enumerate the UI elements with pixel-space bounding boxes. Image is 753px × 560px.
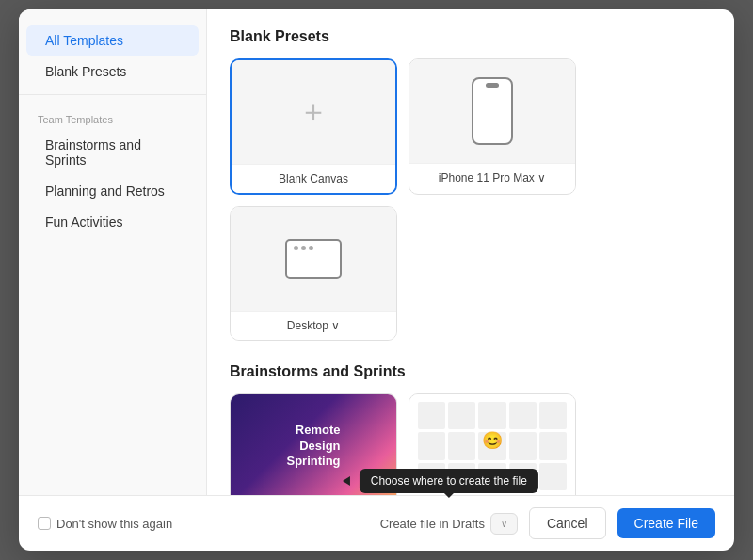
tb-cell [478, 463, 505, 490]
tb-cell [539, 402, 567, 429]
iphone-card[interactable]: iPhone 11 Pro Max ∨ [409, 58, 576, 195]
drafts-btn-chevron: ∨ [501, 519, 507, 529]
sidebar-item-blank-presets[interactable]: Blank Presets [26, 56, 199, 87]
tb-preview: 😊 [409, 394, 575, 495]
remote-design-card[interactable]: RemoteDesignSprinting Remote Design Spri… [230, 393, 397, 495]
rds-bg: RemoteDesignSprinting [231, 394, 396, 495]
brainstorms-title: Brainstorms and Sprints [230, 363, 712, 380]
brainstorms-grid: RemoteDesignSprinting Remote Design Spri… [230, 393, 712, 495]
blank-canvas-preview: ＋ [232, 60, 395, 164]
sidebar-section-label: Team Templates [19, 103, 206, 129]
main-content: Blank Presets ＋ Blank Canvas [207, 9, 734, 495]
tb-cell [509, 432, 537, 459]
dont-show-label: Don't show this again [56, 517, 172, 531]
templates-modal: All Templates Blank Presets Team Templat… [19, 9, 734, 551]
tb-cell [539, 463, 567, 490]
blank-presets-grid: ＋ Blank Canvas iPhone 11 Pro Max ∨ [230, 58, 712, 341]
dot2 [301, 246, 306, 250]
checkbox-area: Don't show this again [38, 517, 369, 531]
iphone-label: iPhone 11 Pro Max ∨ [409, 163, 575, 192]
drafts-area: Create file in Drafts ∨ Choose where to … [380, 513, 518, 535]
modal-footer: Don't show this again Create file in Dra… [19, 495, 734, 551]
tb-bg: 😊 [409, 394, 575, 495]
modal-overlay: All Templates Blank Presets Team Templat… [0, 0, 753, 560]
tb-cell [509, 402, 537, 429]
dont-show-checkbox[interactable] [38, 517, 51, 530]
drafts-dropdown-button[interactable]: ∨ [490, 513, 518, 535]
desktop-dots [294, 246, 313, 250]
desktop-card[interactable]: Desktop ∨ [230, 206, 397, 341]
desktop-preview [231, 207, 396, 311]
tb-cell [418, 463, 445, 490]
tb-cell [448, 402, 475, 429]
desktop-shape [285, 239, 342, 279]
modal-body: All Templates Blank Presets Team Templat… [19, 9, 734, 495]
blank-canvas-label: Blank Canvas [232, 164, 395, 193]
plus-icon: ＋ [298, 91, 328, 133]
sidebar: All Templates Blank Presets Team Templat… [19, 9, 207, 495]
team-brainstorm-card[interactable]: 😊 Team Brainstorm Template [409, 393, 576, 495]
drafts-label: Create file in Drafts [380, 517, 485, 531]
blank-canvas-card[interactable]: ＋ Blank Canvas [230, 58, 397, 195]
tb-cell [539, 432, 567, 459]
sidebar-item-planning[interactable]: Planning and Retros [26, 176, 199, 206]
dot3 [309, 246, 313, 250]
sidebar-item-brainstorms[interactable]: Brainstorms and Sprints [26, 130, 199, 175]
iphone-notch [486, 83, 499, 88]
tb-emoji: 😊 [482, 430, 503, 451]
blank-presets-title: Blank Presets [230, 28, 712, 45]
tb-cell [418, 432, 445, 459]
tb-cell [509, 463, 537, 490]
iphone-shape [472, 77, 513, 145]
sidebar-item-all-templates[interactable]: All Templates [26, 25, 199, 56]
desktop-label: Desktop ∨ [231, 311, 396, 340]
tb-cell [448, 463, 475, 490]
sidebar-divider [19, 94, 206, 95]
rds-preview: RemoteDesignSprinting [231, 394, 396, 495]
sidebar-item-fun[interactable]: Fun Activities [26, 207, 199, 237]
rds-text: RemoteDesignSprinting [286, 423, 340, 471]
iphone-preview [409, 59, 575, 163]
tb-cell [448, 432, 475, 459]
dot1 [294, 246, 298, 250]
cancel-button[interactable]: Cancel [529, 507, 606, 539]
tb-cell [418, 402, 445, 429]
tb-cell [478, 402, 505, 429]
create-file-button[interactable]: Create File [617, 508, 715, 538]
